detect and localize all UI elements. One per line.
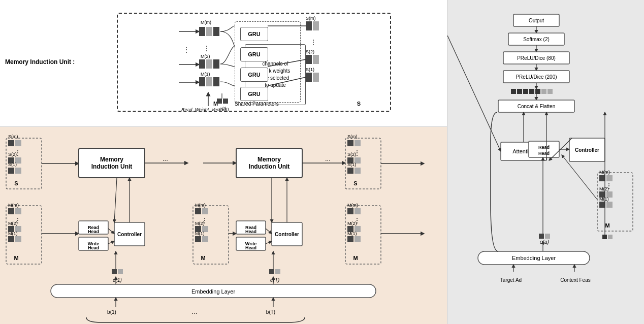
svg-rect-167 xyxy=(517,89,522,94)
svg-rect-201 xyxy=(539,234,544,239)
svg-rect-81 xyxy=(118,269,123,274)
gru-box-3: GRU xyxy=(240,47,268,61)
svg-rect-45 xyxy=(15,168,21,174)
svg-rect-49 xyxy=(6,206,42,264)
svg-rect-194 xyxy=(606,191,613,198)
svg-text:Head: Head xyxy=(245,229,256,234)
svg-rect-27 xyxy=(306,73,312,82)
svg-text:...: ... xyxy=(325,155,331,163)
svg-line-200 xyxy=(562,155,597,200)
svg-rect-126 xyxy=(347,168,353,174)
svg-rect-54 xyxy=(8,226,14,232)
svg-rect-180 xyxy=(569,138,605,161)
svg-text:Controller: Controller xyxy=(575,147,599,153)
svg-line-186 xyxy=(549,138,572,160)
svg-rect-14 xyxy=(206,77,212,86)
svg-text:⋮: ⋮ xyxy=(204,45,210,52)
svg-rect-196 xyxy=(599,202,605,208)
svg-text:⋮: ⋮ xyxy=(15,149,21,156)
svg-text:M(1): M(1) xyxy=(201,72,210,77)
svg-rect-205 xyxy=(478,251,590,265)
svg-text:PReLU/Dice (200): PReLU/Dice (200) xyxy=(516,74,557,80)
svg-text:Context Feas: Context Feas xyxy=(560,277,590,283)
svg-rect-163 xyxy=(503,71,569,83)
svg-text:⋮: ⋮ xyxy=(354,149,360,156)
svg-rect-58 xyxy=(15,236,21,242)
svg-text:S(m): S(m) xyxy=(8,134,18,139)
svg-text:Head: Head xyxy=(538,151,550,156)
svg-text:Output: Output xyxy=(529,18,544,23)
svg-rect-144 xyxy=(51,284,376,298)
svg-text:M(2): M(2) xyxy=(347,221,357,226)
svg-rect-74 xyxy=(114,222,145,246)
svg-text:b(T): b(T) xyxy=(266,309,275,315)
svg-rect-38 xyxy=(15,140,21,146)
svg-rect-89 xyxy=(195,226,201,232)
svg-rect-85 xyxy=(195,208,201,214)
svg-text:M(1): M(1) xyxy=(8,231,18,236)
svg-rect-41 xyxy=(8,157,14,164)
M-label: M xyxy=(213,101,218,107)
svg-line-106 xyxy=(266,241,272,244)
svg-text:...: ... xyxy=(163,155,168,163)
top-diagram: Memory Induction Unit : channels of top … xyxy=(0,0,447,127)
svg-rect-109 xyxy=(269,269,274,274)
svg-rect-15 xyxy=(213,77,219,86)
svg-text:⋮: ⋮ xyxy=(310,39,316,46)
svg-text:Memory: Memory xyxy=(257,156,281,163)
svg-text:Read: Read xyxy=(88,225,99,230)
svg-text:⋮: ⋮ xyxy=(15,217,21,224)
svg-text:...: ... xyxy=(192,308,198,315)
svg-text:e(t): e(t) xyxy=(219,106,227,111)
svg-rect-137 xyxy=(355,226,361,232)
svg-rect-11 xyxy=(213,59,219,69)
svg-rect-174 xyxy=(498,100,574,112)
svg-rect-4 xyxy=(199,27,205,36)
svg-text:Memory: Memory xyxy=(100,156,123,163)
svg-rect-193 xyxy=(599,191,605,198)
svg-rect-123 xyxy=(347,157,353,164)
svg-line-76 xyxy=(108,229,114,234)
svg-line-179 xyxy=(447,36,501,151)
svg-rect-157 xyxy=(508,33,564,45)
svg-rect-140 xyxy=(355,236,361,242)
right-panel-svg: Output Softmax (2) PReLU/Dice (80) PReLU… xyxy=(447,0,644,324)
svg-rect-80 xyxy=(112,269,117,274)
right-panel: Output Softmax (2) PReLU/Dice (80) PReLU… xyxy=(447,0,644,324)
svg-rect-18 xyxy=(306,21,312,30)
svg-rect-100 xyxy=(236,237,266,250)
svg-rect-36 xyxy=(6,138,42,189)
svg-text:Embedding Layer: Embedding Layer xyxy=(512,255,556,261)
svg-text:⋮: ⋮ xyxy=(606,182,612,189)
svg-text:Head: Head xyxy=(88,245,99,250)
svg-rect-133 xyxy=(355,208,361,214)
svg-rect-190 xyxy=(606,175,613,181)
top-dashed-box: channels of top k weights are selected t… xyxy=(117,13,391,112)
svg-rect-55 xyxy=(15,226,21,232)
svg-rect-171 xyxy=(541,89,546,94)
svg-rect-44 xyxy=(8,168,14,174)
svg-rect-169 xyxy=(529,89,534,94)
svg-rect-170 xyxy=(535,89,540,94)
svg-rect-172 xyxy=(548,89,553,94)
svg-rect-33 xyxy=(223,99,228,104)
svg-rect-51 xyxy=(15,208,21,214)
svg-text:e(T): e(T) xyxy=(270,277,279,283)
svg-text:M(2): M(2) xyxy=(8,221,18,226)
svg-rect-84 xyxy=(193,206,229,264)
svg-rect-119 xyxy=(347,140,353,146)
svg-rect-28 xyxy=(313,73,319,82)
svg-rect-71 xyxy=(79,237,108,250)
svg-text:M(m): M(m) xyxy=(201,20,211,25)
svg-text:Softmax (2): Softmax (2) xyxy=(523,37,550,42)
svg-rect-90 xyxy=(202,226,208,232)
svg-text:M(m): M(m) xyxy=(8,203,19,208)
miu-top-label: Memory Induction Unit : xyxy=(5,58,75,66)
svg-line-105 xyxy=(266,229,272,234)
svg-text:S(1): S(1) xyxy=(347,162,356,167)
svg-text:M: M xyxy=(605,222,609,229)
svg-rect-93 xyxy=(202,236,208,242)
svg-rect-62 xyxy=(79,148,145,178)
svg-rect-202 xyxy=(545,234,550,239)
svg-text:M: M xyxy=(14,255,18,261)
